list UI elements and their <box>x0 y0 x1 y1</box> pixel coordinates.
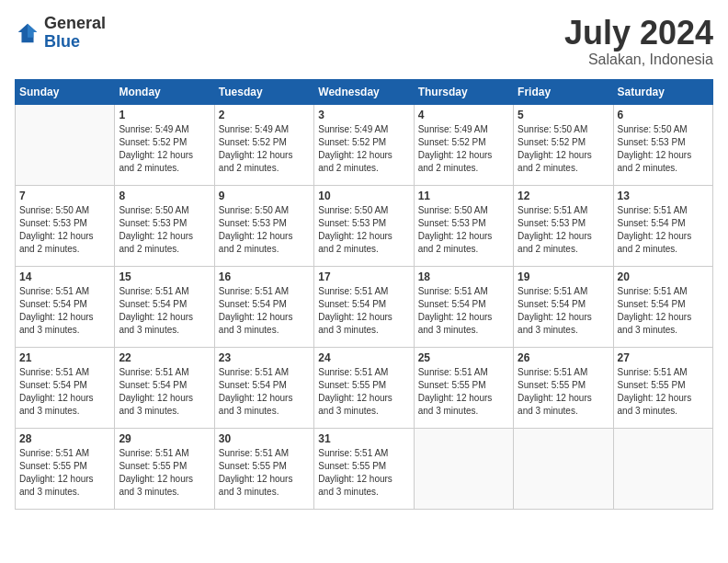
day-of-week-header: Sunday <box>16 79 115 104</box>
day-info: Sunrise: 5:51 AMSunset: 5:54 PMDaylight:… <box>19 366 110 418</box>
week-row: 14Sunrise: 5:51 AMSunset: 5:54 PMDayligh… <box>16 266 713 347</box>
day-number: 29 <box>119 432 210 445</box>
day-info: Sunrise: 5:51 AMSunset: 5:54 PMDaylight:… <box>418 285 509 337</box>
day-info: Sunrise: 5:51 AMSunset: 5:55 PMDaylight:… <box>318 447 409 499</box>
calendar-cell: 7Sunrise: 5:50 AMSunset: 5:53 PMDaylight… <box>16 185 115 266</box>
day-info: Sunrise: 5:50 AMSunset: 5:53 PMDaylight:… <box>318 204 409 256</box>
day-of-week-header: Friday <box>514 79 613 104</box>
day-number: 23 <box>219 351 310 364</box>
day-number: 1 <box>119 109 210 121</box>
week-row: 7Sunrise: 5:50 AMSunset: 5:53 PMDaylight… <box>16 185 713 266</box>
day-info: Sunrise: 5:51 AMSunset: 5:53 PMDaylight:… <box>518 204 609 256</box>
calendar-body: 1Sunrise: 5:49 AMSunset: 5:52 PMDaylight… <box>16 104 713 509</box>
day-number: 11 <box>418 190 509 202</box>
day-info: Sunrise: 5:50 AMSunset: 5:53 PMDaylight:… <box>19 204 110 256</box>
calendar-cell: 28Sunrise: 5:51 AMSunset: 5:55 PMDayligh… <box>16 428 115 509</box>
day-number: 30 <box>219 432 310 445</box>
day-info: Sunrise: 5:51 AMSunset: 5:54 PMDaylight:… <box>219 285 310 337</box>
main-title: July 2024 <box>564 15 713 52</box>
calendar-cell: 1Sunrise: 5:49 AMSunset: 5:52 PMDaylight… <box>115 104 214 185</box>
day-info: Sunrise: 5:51 AMSunset: 5:55 PMDaylight:… <box>219 447 310 499</box>
calendar-cell: 26Sunrise: 5:51 AMSunset: 5:55 PMDayligh… <box>514 347 613 428</box>
logo: General Blue <box>15 15 106 52</box>
day-number: 27 <box>618 351 709 364</box>
calendar-cell: 11Sunrise: 5:50 AMSunset: 5:53 PMDayligh… <box>414 185 513 266</box>
calendar-cell: 25Sunrise: 5:51 AMSunset: 5:55 PMDayligh… <box>414 347 513 428</box>
calendar-table: SundayMondayTuesdayWednesdayThursdayFrid… <box>15 79 713 510</box>
calendar-cell: 19Sunrise: 5:51 AMSunset: 5:54 PMDayligh… <box>514 266 613 347</box>
calendar-cell: 29Sunrise: 5:51 AMSunset: 5:55 PMDayligh… <box>115 428 214 509</box>
week-row: 28Sunrise: 5:51 AMSunset: 5:55 PMDayligh… <box>16 428 713 509</box>
logo-general-text: General <box>44 15 106 33</box>
calendar-cell: 18Sunrise: 5:51 AMSunset: 5:54 PMDayligh… <box>414 266 513 347</box>
calendar-cell <box>514 428 613 509</box>
day-of-week-header: Saturday <box>613 79 712 104</box>
day-info: Sunrise: 5:51 AMSunset: 5:54 PMDaylight:… <box>219 366 310 418</box>
day-info: Sunrise: 5:51 AMSunset: 5:54 PMDaylight:… <box>19 285 110 337</box>
page-header: General Blue July 2024 Salakan, Indonesi… <box>15 15 713 68</box>
day-info: Sunrise: 5:49 AMSunset: 5:52 PMDaylight:… <box>318 123 409 175</box>
day-info: Sunrise: 5:51 AMSunset: 5:54 PMDaylight:… <box>119 366 210 418</box>
calendar-cell: 8Sunrise: 5:50 AMSunset: 5:53 PMDaylight… <box>115 185 214 266</box>
day-number: 3 <box>318 109 409 121</box>
day-info: Sunrise: 5:51 AMSunset: 5:54 PMDaylight:… <box>618 204 709 256</box>
day-info: Sunrise: 5:51 AMSunset: 5:54 PMDaylight:… <box>518 285 609 337</box>
day-info: Sunrise: 5:49 AMSunset: 5:52 PMDaylight:… <box>119 123 210 175</box>
day-of-week-header: Monday <box>115 79 214 104</box>
day-number: 18 <box>418 270 509 283</box>
calendar-cell: 14Sunrise: 5:51 AMSunset: 5:54 PMDayligh… <box>16 266 115 347</box>
calendar-cell: 15Sunrise: 5:51 AMSunset: 5:54 PMDayligh… <box>115 266 214 347</box>
calendar-cell: 21Sunrise: 5:51 AMSunset: 5:54 PMDayligh… <box>16 347 115 428</box>
calendar-cell: 31Sunrise: 5:51 AMSunset: 5:55 PMDayligh… <box>314 428 414 509</box>
svg-marker-1 <box>28 24 37 38</box>
calendar-cell: 23Sunrise: 5:51 AMSunset: 5:54 PMDayligh… <box>214 347 313 428</box>
logo-blue-text: Blue <box>44 33 106 52</box>
day-number: 25 <box>418 351 509 364</box>
calendar-cell <box>613 428 712 509</box>
week-row: 21Sunrise: 5:51 AMSunset: 5:54 PMDayligh… <box>16 347 713 428</box>
calendar-cell: 20Sunrise: 5:51 AMSunset: 5:54 PMDayligh… <box>613 266 712 347</box>
day-number: 16 <box>219 270 310 283</box>
day-info: Sunrise: 5:50 AMSunset: 5:52 PMDaylight:… <box>518 123 609 175</box>
day-info: Sunrise: 5:49 AMSunset: 5:52 PMDaylight:… <box>418 123 509 175</box>
calendar-cell: 12Sunrise: 5:51 AMSunset: 5:53 PMDayligh… <box>514 185 613 266</box>
day-number: 20 <box>618 270 709 283</box>
day-number: 2 <box>219 109 310 121</box>
calendar-cell: 3Sunrise: 5:49 AMSunset: 5:52 PMDaylight… <box>314 104 414 185</box>
day-number: 10 <box>318 190 409 202</box>
day-info: Sunrise: 5:51 AMSunset: 5:54 PMDaylight:… <box>318 285 409 337</box>
calendar-cell: 4Sunrise: 5:49 AMSunset: 5:52 PMDaylight… <box>414 104 513 185</box>
calendar-cell: 2Sunrise: 5:49 AMSunset: 5:52 PMDaylight… <box>214 104 313 185</box>
day-number: 6 <box>618 109 709 121</box>
calendar-cell: 27Sunrise: 5:51 AMSunset: 5:55 PMDayligh… <box>613 347 712 428</box>
day-number: 24 <box>318 351 409 364</box>
day-number: 17 <box>318 270 409 283</box>
calendar-cell: 24Sunrise: 5:51 AMSunset: 5:55 PMDayligh… <box>314 347 414 428</box>
calendar-cell: 10Sunrise: 5:50 AMSunset: 5:53 PMDayligh… <box>314 185 414 266</box>
day-of-week-header: Wednesday <box>314 79 414 104</box>
day-of-week-header: Tuesday <box>214 79 313 104</box>
subtitle: Salakan, Indonesia <box>564 52 713 68</box>
day-number: 31 <box>318 432 409 445</box>
calendar-cell: 16Sunrise: 5:51 AMSunset: 5:54 PMDayligh… <box>214 266 313 347</box>
day-info: Sunrise: 5:51 AMSunset: 5:55 PMDaylight:… <box>19 447 110 499</box>
calendar-cell: 6Sunrise: 5:50 AMSunset: 5:53 PMDaylight… <box>613 104 712 185</box>
day-info: Sunrise: 5:51 AMSunset: 5:55 PMDaylight:… <box>418 366 509 418</box>
day-info: Sunrise: 5:50 AMSunset: 5:53 PMDaylight:… <box>618 123 709 175</box>
day-number: 14 <box>19 270 110 283</box>
day-number: 21 <box>19 351 110 364</box>
day-number: 8 <box>119 190 210 202</box>
day-info: Sunrise: 5:49 AMSunset: 5:52 PMDaylight:… <box>219 123 310 175</box>
day-number: 5 <box>518 109 609 121</box>
calendar-cell <box>16 104 115 185</box>
day-number: 26 <box>518 351 609 364</box>
day-info: Sunrise: 5:50 AMSunset: 5:53 PMDaylight:… <box>219 204 310 256</box>
day-number: 12 <box>518 190 609 202</box>
calendar-cell: 30Sunrise: 5:51 AMSunset: 5:55 PMDayligh… <box>214 428 313 509</box>
day-info: Sunrise: 5:51 AMSunset: 5:54 PMDaylight:… <box>119 285 210 337</box>
calendar-header: SundayMondayTuesdayWednesdayThursdayFrid… <box>16 79 713 104</box>
day-info: Sunrise: 5:50 AMSunset: 5:53 PMDaylight:… <box>119 204 210 256</box>
logo-icon <box>15 20 40 46</box>
day-number: 7 <box>19 190 110 202</box>
day-info: Sunrise: 5:51 AMSunset: 5:55 PMDaylight:… <box>318 366 409 418</box>
